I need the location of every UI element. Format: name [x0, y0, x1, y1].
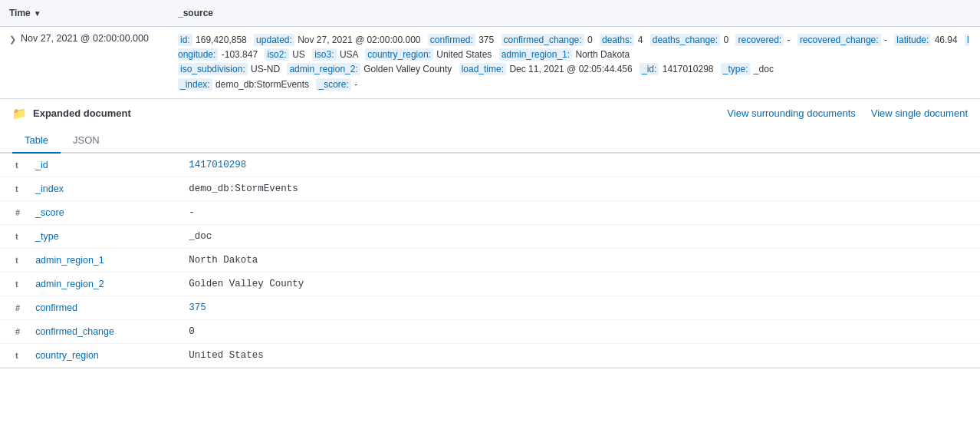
field-key-country-region: country_region: [365, 48, 433, 61]
field-value: 375 [179, 296, 980, 319]
table-row: tcountry_regionUnited States [0, 343, 980, 367]
table-row: #confirmed_change0 [0, 319, 980, 343]
field-key-iso3: iso3: [312, 48, 336, 61]
field-key-load-time: load_time: [459, 63, 506, 75]
field-name[interactable]: confirmed_change [26, 319, 179, 343]
source-cell: id: 169,420,858 updated: Nov 27, 2021 @ … [169, 27, 980, 98]
field-value: 0 [179, 319, 980, 343]
field-val-score: - [354, 79, 357, 90]
field-key-deaths: deaths: [600, 34, 634, 46]
field-type-indicator: # [0, 319, 26, 343]
field-name[interactable]: _score [26, 200, 179, 224]
main-container: Time ▼ _source ❯ Nov 27, 2021 @ 02:00:00… [0, 0, 980, 446]
field-key-id: id: [178, 34, 192, 46]
data-row: ❯ Nov 27, 2021 @ 02:00:00.000 id: 169,42… [0, 27, 980, 99]
table-row: t_id1417010298 [0, 154, 980, 177]
time-cell: ❯ Nov 27, 2021 @ 02:00:00.000 [0, 27, 169, 51]
time-column-header[interactable]: Time ▼ [0, 5, 169, 21]
table-row: t_type_doc [0, 224, 980, 248]
field-val-id: 169,420,858 [196, 35, 249, 45]
field-val-confirmed-change: 0 [587, 35, 595, 45]
source-column-header: _source [169, 5, 980, 21]
view-single-document-button[interactable]: View single document [871, 107, 968, 119]
field-type-indicator: t [0, 343, 26, 367]
time-header-label: Time [9, 8, 31, 18]
field-type-indicator: t [0, 224, 26, 248]
field-key-recovered: recovered: [735, 34, 784, 46]
expanded-title: 📁 Expanded document [12, 107, 131, 121]
field-val-deaths: 4 [638, 35, 646, 45]
field-type-indicator: # [0, 296, 26, 319]
document-table: t_id1417010298t_indexdemo_db:StormEvents… [0, 154, 980, 368]
field-value: 1417010298 [179, 154, 980, 177]
field-val-index: demo_db:StormEvents [215, 79, 311, 90]
table-header: Time ▼ _source [0, 0, 980, 27]
field-val-admin-region-2: Golden Valley County [363, 64, 455, 74]
tab-table[interactable]: Table [12, 128, 61, 154]
field-val-iso-subdivision: US-ND [251, 64, 282, 74]
table-row: t_indexdemo_db:StormEvents [0, 177, 980, 200]
field-value: Golden Valley County [179, 272, 980, 296]
row-expand-icon[interactable]: ❯ [9, 35, 16, 45]
field-key-admin-region-1: admin_region_1: [499, 48, 572, 61]
field-val-latitude: 46.94 [935, 35, 960, 45]
field-key-iso2: iso2: [265, 48, 288, 61]
field-val-recovered: - [788, 35, 793, 45]
field-key-deaths-change: deaths_change: [650, 34, 720, 46]
field-val-iso3: USA [340, 49, 360, 60]
field-type-indicator: t [0, 272, 26, 296]
field-key-score: _score: [316, 78, 350, 91]
expanded-title-text: Expanded document [33, 107, 131, 119]
field-value: _doc [179, 224, 980, 248]
folder-icon: 📁 [12, 107, 27, 121]
field-val-recovered-change: - [884, 35, 890, 45]
field-name[interactable]: admin_region_2 [26, 272, 179, 296]
sort-icon: ▼ [34, 9, 41, 18]
field-val-load-time: Dec 11, 2021 @ 02:05:44.456 [509, 64, 635, 74]
field-val-admin-region-1: North Dakota [575, 49, 630, 60]
field-val-confirmed: 375 [478, 35, 496, 45]
field-type-indicator: t [0, 248, 26, 272]
field-name[interactable]: admin_region_1 [26, 248, 179, 272]
field-key-updated: updated: [254, 34, 294, 46]
tabs-bar: Table JSON [0, 128, 980, 154]
field-key-iso-subdivision: iso_subdivision: [178, 63, 248, 75]
field-key-confirmed: confirmed: [428, 34, 475, 46]
field-value: demo_db:StormEvents [179, 177, 980, 200]
field-val-deaths-change: 0 [723, 35, 731, 45]
field-val-id2: 1417010298 [663, 64, 716, 74]
field-val-longitude: -103.847 [222, 49, 261, 60]
field-value: North Dakota [179, 248, 980, 272]
field-key-latitude: latitude: [894, 34, 931, 46]
field-key-type: _type: [721, 63, 751, 75]
field-val-type: _doc [754, 64, 774, 74]
field-val-iso2: US [292, 49, 307, 60]
field-name[interactable]: confirmed [26, 296, 179, 319]
field-type-indicator: t [0, 177, 26, 200]
field-value: - [179, 200, 980, 224]
table-row: #confirmed375 [0, 296, 980, 319]
field-key-recovered-change: recovered_change: [797, 34, 881, 46]
field-name[interactable]: _id [26, 154, 179, 177]
timestamp-value: Nov 27, 2021 @ 02:00:00.000 [21, 33, 149, 44]
field-val-country-region: United States [436, 49, 494, 60]
expanded-section: 📁 Expanded document View surrounding doc… [0, 99, 980, 368]
field-value: United States [179, 343, 980, 367]
expanded-header: 📁 Expanded document View surrounding doc… [0, 99, 980, 128]
table-row: tadmin_region_1North Dakota [0, 248, 980, 272]
tab-json[interactable]: JSON [61, 128, 112, 154]
field-name[interactable]: _index [26, 177, 179, 200]
field-val-updated: Nov 27, 2021 @ 02:00:00.000 [298, 35, 423, 45]
field-key-admin-region-2: admin_region_2: [287, 63, 360, 75]
field-key-confirmed-change: confirmed_change: [502, 34, 584, 46]
field-type-indicator: t [0, 154, 26, 177]
table-row: tadmin_region_2Golden Valley County [0, 272, 980, 296]
field-type-indicator: # [0, 200, 26, 224]
table-row: #_score- [0, 200, 980, 224]
field-key-id2: _id: [640, 63, 659, 75]
field-name[interactable]: country_region [26, 343, 179, 367]
field-key-index: _index: [178, 78, 212, 91]
expanded-links: View surrounding documents View single d… [727, 107, 968, 119]
view-surrounding-documents-button[interactable]: View surrounding documents [727, 107, 855, 119]
field-name[interactable]: _type [26, 224, 179, 248]
